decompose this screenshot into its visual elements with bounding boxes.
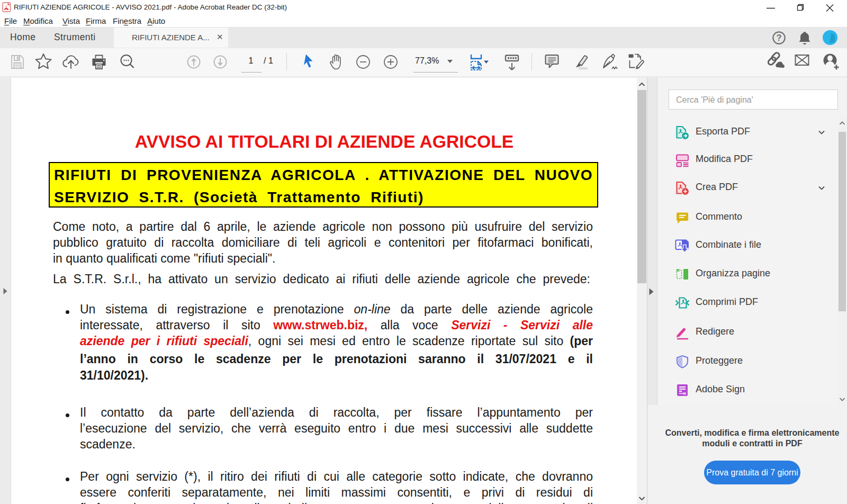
svg-text:?: ? bbox=[776, 33, 781, 42]
